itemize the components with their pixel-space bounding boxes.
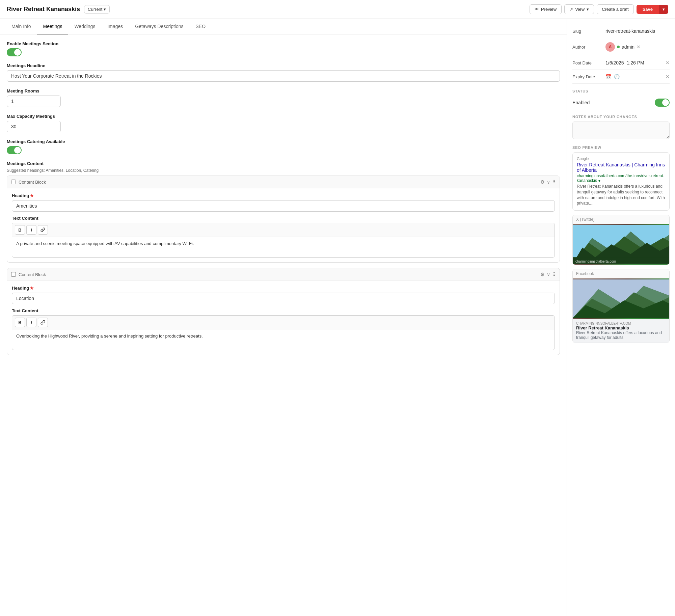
max-capacity-group: Max Capacity Meetings (7, 114, 560, 132)
status-row: Enabled (572, 96, 670, 109)
heading-1-input[interactable] (12, 200, 555, 212)
content-block-1-label: Content Block (19, 180, 538, 185)
meeting-rooms-input[interactable] (7, 96, 61, 107)
bold-button-1[interactable]: B (15, 225, 25, 235)
twitter-site-label: charminginnsofalberta.com (575, 260, 616, 263)
catering-label: Meetings Catering Available (7, 139, 560, 144)
catering-toggle[interactable] (7, 146, 22, 154)
seo-google-preview: Google River Retreat Kananaskis | Charmi… (572, 152, 670, 211)
enable-meetings-toggle[interactable] (7, 48, 22, 56)
content-block-1-actions: ⚙ ∨ ⠿ (540, 179, 556, 185)
content-block-2-checkbox[interactable] (11, 272, 16, 277)
content-block-2-body: Heading★ Text Content B I (7, 281, 560, 355)
header-left: River Retreat Kananaskis Current ▾ (7, 5, 110, 14)
status-toggle[interactable] (655, 99, 670, 107)
link-icon-2 (40, 320, 45, 325)
max-capacity-label: Max Capacity Meetings (7, 114, 560, 119)
notes-textarea[interactable] (572, 122, 670, 139)
facebook-card-info: CHARMINGINNSOFALBERTA.COM River Retreat … (573, 319, 669, 343)
facebook-image (573, 278, 669, 319)
tab-getaways-descriptions[interactable]: Getaways Descriptions (129, 19, 189, 34)
text-content-2-box: B I Overlooking the Highwood River, prov… (12, 315, 555, 350)
version-label: Current (88, 7, 102, 12)
enable-meetings-group: Enable Meetings Section (7, 41, 560, 56)
text-content-2-area[interactable]: Overlooking the Highwood River, providin… (12, 329, 555, 350)
google-desc: River Retreat Kananaskis offers a luxuri… (577, 184, 665, 206)
view-button[interactable]: ↗ View ▾ (564, 4, 594, 14)
chevron-down-icon[interactable]: ∨ (547, 179, 550, 185)
chevron-down-icon-2[interactable]: ∨ (547, 272, 550, 277)
post-date-row: Post Date 1/6/2025 1:26 PM ✕ (572, 56, 670, 70)
save-dropdown-button[interactable]: ▾ (659, 5, 668, 14)
meetings-headline-group: Meetings Headline (7, 63, 560, 82)
link-button-2[interactable] (38, 318, 48, 327)
drag-icon[interactable]: ⠿ (552, 179, 556, 185)
main-panel: Main Info Meetings Weddings Images Getaw… (0, 19, 567, 616)
expiry-date-row: Expiry Date 📅 🕐 ✕ (572, 70, 670, 84)
enable-meetings-toggle-wrap (7, 48, 560, 56)
tab-main-info[interactable]: Main Info (5, 19, 37, 34)
content-block-2: Content Block ⚙ ∨ ⠿ Heading★ Text Conten… (7, 268, 560, 355)
max-capacity-input[interactable] (7, 121, 61, 132)
calendar-icon[interactable]: 📅 (605, 74, 611, 79)
tab-images[interactable]: Images (101, 19, 129, 34)
link-button-1[interactable] (38, 225, 48, 235)
create-draft-button[interactable]: Create a draft (597, 4, 634, 14)
heading-2-input[interactable] (12, 293, 555, 304)
preview-button[interactable]: 👁 Preview (530, 4, 562, 14)
bold-button-2[interactable]: B (15, 318, 25, 327)
content-block-1-checkbox[interactable] (11, 180, 16, 184)
seo-twitter-card: X (Twitter) charminginnsofalberta.com (572, 215, 670, 265)
notes-section-label: NOTES ABOUT YOUR CHANGES (572, 115, 670, 119)
italic-button-2[interactable]: I (26, 318, 36, 327)
facebook-title: River Retreat Kananaskis (576, 325, 666, 330)
google-url: charminginnsofalberta.com/the-inns/river… (577, 173, 665, 183)
page-title: River Retreat Kananaskis (7, 6, 80, 13)
text-content-1-area[interactable]: A private and scenic meeting space equip… (12, 237, 555, 257)
clock-icon[interactable]: 🕐 (614, 74, 620, 79)
version-selector[interactable]: Current ▾ (84, 5, 110, 14)
save-group: Save ▾ (637, 5, 668, 14)
tab-seo[interactable]: SEO (190, 19, 212, 34)
drag-icon-2[interactable]: ⠿ (552, 272, 556, 277)
post-date-value[interactable]: 1/6/2025 (605, 60, 624, 65)
settings-icon-2[interactable]: ⚙ (540, 272, 545, 277)
italic-button-1[interactable]: I (26, 225, 36, 235)
author-info: A admin ✕ (605, 42, 641, 52)
settings-icon[interactable]: ⚙ (540, 179, 545, 185)
slug-value: river-retreat-kananaskis (605, 28, 670, 34)
google-title: River Retreat Kananaskis | Charming Inns… (577, 162, 665, 173)
text-toolbar-1: B I (12, 223, 555, 237)
clear-post-date-button[interactable]: ✕ (666, 60, 670, 65)
clear-expiry-date-button[interactable]: ✕ (666, 74, 670, 79)
required-indicator-2: ★ (30, 286, 34, 291)
slug-row: Slug river-retreat-kananaskis (572, 24, 670, 38)
save-button[interactable]: Save (637, 5, 659, 14)
meetings-headline-input[interactable] (7, 70, 560, 82)
view-chevron-icon: ▾ (587, 7, 589, 12)
side-panel: Slug river-retreat-kananaskis Author A a… (567, 19, 675, 616)
content-block-2-actions: ⚙ ∨ ⠿ (540, 272, 556, 277)
meeting-rooms-group: Meeting Rooms (7, 88, 560, 107)
post-time-value[interactable]: 1:26 PM (627, 60, 644, 65)
meeting-rooms-label: Meeting Rooms (7, 88, 560, 93)
status-label: Enabled (572, 100, 590, 105)
facebook-mountain-svg (573, 278, 669, 319)
seo-preview-label: SEO PREVIEW (572, 145, 670, 150)
post-date-value-group: 1/6/2025 1:26 PM ✕ (605, 60, 670, 65)
meetings-content-hint: Suggested headings: Amenities, Location,… (7, 168, 560, 173)
facebook-site: CHARMINGINNSOFALBERTA.COM (576, 322, 666, 325)
tab-bar: Main Info Meetings Weddings Images Getaw… (0, 19, 567, 34)
tab-weddings[interactable]: Weddings (68, 19, 101, 34)
main-layout: Main Info Meetings Weddings Images Getaw… (0, 19, 675, 616)
post-date-label: Post Date (572, 60, 603, 65)
form-area: Enable Meetings Section Meetings Headlin… (0, 34, 567, 369)
facebook-label: Facebook (573, 269, 669, 278)
twitter-image: charminginnsofalberta.com (573, 224, 669, 265)
catering-group: Meetings Catering Available (7, 139, 560, 154)
header: River Retreat Kananaskis Current ▾ 👁 Pre… (0, 0, 675, 19)
tab-meetings[interactable]: Meetings (37, 19, 69, 34)
author-name: admin (622, 44, 634, 50)
heading-1-label: Heading★ (12, 193, 555, 198)
remove-author-button[interactable]: ✕ (637, 44, 641, 50)
